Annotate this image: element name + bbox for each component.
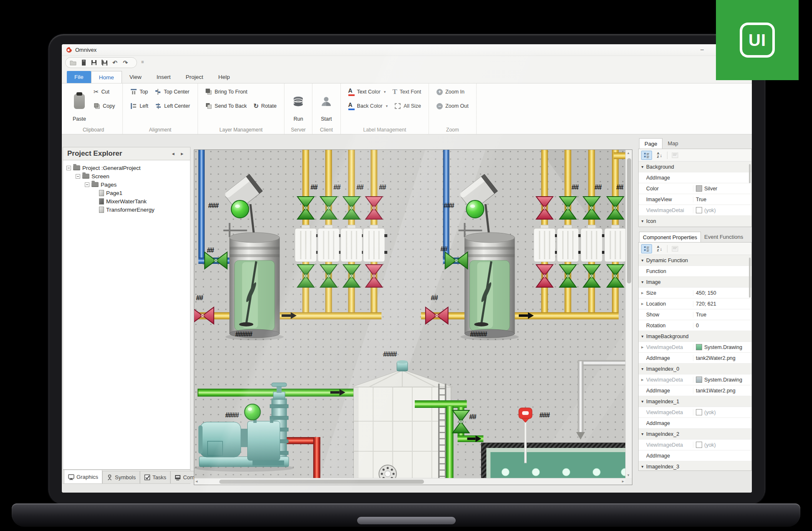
canvas-label[interactable]: ## bbox=[333, 183, 340, 192]
undo-icon[interactable]: ↶ bbox=[112, 59, 118, 66]
property-row[interactable]: Function bbox=[639, 266, 751, 277]
category-background[interactable]: ▾Background bbox=[639, 162, 751, 172]
property-row[interactable]: ShowTrue bbox=[639, 309, 751, 320]
category-image[interactable]: ▾Image bbox=[639, 277, 751, 288]
canvas-label[interactable]: ### bbox=[444, 202, 454, 210]
tab-symbols[interactable]: Symbols bbox=[102, 471, 140, 483]
property-row[interactable]: ViewImageDeta(yok) bbox=[639, 407, 751, 418]
property-pages-icon[interactable] bbox=[670, 151, 680, 160]
tab-map[interactable]: Map bbox=[662, 138, 683, 149]
tab-event-functions[interactable]: Event Functions bbox=[701, 232, 746, 242]
canvas-label[interactable]: ### bbox=[208, 202, 218, 210]
property-row[interactable]: ▸Size450; 150 bbox=[639, 288, 751, 298]
canvas-label[interactable]: ## bbox=[379, 183, 386, 192]
sort-alphabetical-icon[interactable]: AZ↓ bbox=[654, 151, 665, 160]
tab-page[interactable]: Page bbox=[639, 138, 662, 149]
canvas-label[interactable]: ## bbox=[207, 246, 213, 255]
category-imageindex0[interactable]: ▾ImageIndex_0 bbox=[639, 364, 751, 374]
tree-node-pages[interactable]: Pages bbox=[66, 180, 190, 189]
category-icon[interactable]: ▾Icon bbox=[639, 216, 751, 227]
scrollbar-thumb[interactable] bbox=[219, 480, 424, 484]
tab-home[interactable]: Home bbox=[91, 71, 122, 83]
property-row[interactable]: AddImagetank1Water2.png bbox=[639, 385, 751, 396]
canvas-label[interactable]: ## bbox=[196, 294, 203, 302]
minimize-button[interactable]: – bbox=[696, 46, 708, 54]
align-top-center-button[interactable]: Top Center bbox=[152, 86, 192, 98]
canvas-label[interactable]: ## bbox=[431, 294, 437, 302]
align-left-button[interactable]: Left bbox=[128, 100, 151, 112]
categorized-icon[interactable] bbox=[641, 151, 652, 160]
run-button[interactable]: Run bbox=[289, 86, 307, 123]
canvas-label[interactable]: ## bbox=[310, 183, 317, 192]
tab-file[interactable]: File bbox=[67, 71, 91, 83]
canvas-label[interactable]: ##### bbox=[235, 330, 252, 339]
property-row[interactable]: ▸Location720; 621 bbox=[639, 298, 751, 309]
category-imageindex1[interactable]: ▾ImageIndex_1 bbox=[639, 396, 751, 407]
tree-node-mixerwatertank[interactable]: MixerWaterTank bbox=[66, 197, 190, 205]
tree-node-screen[interactable]: Screen bbox=[66, 172, 190, 180]
canvas-label[interactable]: ## bbox=[571, 183, 578, 192]
property-row[interactable]: ▸ViewImageDetaSystem.Drawing bbox=[639, 342, 751, 353]
property-row[interactable]: AddImage bbox=[639, 418, 751, 429]
categorized-icon[interactable] bbox=[641, 244, 652, 253]
pump-indicator-light[interactable] bbox=[245, 404, 261, 420]
save-icon[interactable] bbox=[91, 59, 97, 66]
property-pages-icon[interactable] bbox=[670, 244, 680, 253]
align-left-center-button[interactable]: Left Center bbox=[152, 100, 193, 112]
scrollbar-thumb[interactable] bbox=[627, 158, 631, 283]
canvas-label[interactable]: ### bbox=[539, 411, 549, 420]
canvas-vertical-scrollbar[interactable]: ▴ ▾ bbox=[625, 150, 632, 478]
nav-left-icon[interactable]: ◂ bbox=[172, 151, 177, 157]
property-row[interactable]: AddImage bbox=[639, 172, 751, 183]
mini-scrollbar[interactable] bbox=[749, 164, 751, 183]
tab-tasks[interactable]: Tasks bbox=[140, 471, 170, 483]
property-row[interactable]: ViewImageDetai(yok) bbox=[639, 205, 751, 216]
canvas-label[interactable]: #### bbox=[383, 350, 396, 359]
category-imageindex2[interactable]: ▾ImageIndex_2 bbox=[639, 429, 751, 440]
tab-view[interactable]: View bbox=[122, 71, 149, 83]
property-row[interactable]: ColorSilver bbox=[639, 183, 751, 194]
canvas-label[interactable]: ## bbox=[469, 413, 476, 421]
canvas-horizontal-scrollbar[interactable]: ◂ ▸ bbox=[194, 478, 625, 485]
open-icon[interactable] bbox=[70, 59, 76, 66]
property-row[interactable]: Rotation0 bbox=[639, 320, 751, 331]
zoom-in-button[interactable]: + Zoom In bbox=[434, 86, 471, 98]
tab-graphics[interactable]: Graphics bbox=[64, 470, 102, 483]
text-font-button[interactable]: T Text Font bbox=[390, 86, 424, 98]
text-color-button[interactable]: A Text Color ▾ bbox=[346, 86, 388, 98]
canvas-label[interactable]: ## bbox=[616, 183, 623, 192]
back-color-button[interactable]: A Back Color ▾ bbox=[346, 100, 391, 112]
canvas-label[interactable]: ## bbox=[356, 183, 363, 192]
mini-scrollbar[interactable] bbox=[749, 258, 751, 298]
qat-customize-icon[interactable]: ≡ bbox=[141, 59, 144, 64]
all-size-button[interactable]: All Size bbox=[392, 100, 424, 112]
tab-insert[interactable]: Insert bbox=[149, 71, 178, 83]
paste-button[interactable]: Paste bbox=[69, 86, 89, 123]
tab-help[interactable]: Help bbox=[211, 71, 238, 83]
tab-component-properties[interactable]: Component Properties bbox=[639, 232, 701, 242]
canvas-label[interactable]: #### bbox=[225, 411, 239, 420]
rotate-button[interactable]: ↻ Rotate bbox=[251, 100, 279, 112]
tree-node-page1[interactable]: Page1 bbox=[66, 189, 190, 197]
tree-node-project[interactable]: Project :GeneralProject bbox=[66, 164, 190, 172]
text-color-dropdown-icon[interactable]: ▾ bbox=[384, 90, 386, 94]
tree-node-transformerenergy[interactable]: TransformerEnergy bbox=[66, 205, 190, 214]
redo-icon[interactable]: ↷ bbox=[122, 59, 129, 66]
cut-button[interactable]: ✂ Cut bbox=[91, 86, 117, 98]
back-color-dropdown-icon[interactable]: ▾ bbox=[386, 104, 388, 108]
canvas-label[interactable]: ## bbox=[594, 183, 601, 192]
zoom-out-button[interactable]: – Zoom Out bbox=[434, 100, 471, 112]
align-top-button[interactable]: Top bbox=[128, 86, 150, 98]
canvas-label[interactable]: ##### bbox=[470, 330, 487, 339]
property-row[interactable]: AddImagetank2Water2.png bbox=[639, 353, 751, 364]
property-row[interactable]: ImageViewTrue bbox=[639, 194, 751, 205]
copy-button[interactable]: Copy bbox=[91, 100, 117, 112]
property-row[interactable]: AddImage bbox=[639, 450, 751, 461]
send-to-back-button[interactable]: Send To Back bbox=[203, 100, 249, 112]
property-row[interactable]: ▸ViewImageDetaSystem.Drawing bbox=[639, 374, 751, 385]
collapse-icon[interactable] bbox=[66, 166, 71, 170]
bring-to-front-button[interactable]: Bring To Front bbox=[203, 86, 250, 98]
save-all-icon[interactable] bbox=[101, 59, 108, 66]
start-button[interactable]: Start bbox=[317, 86, 335, 123]
collapse-icon[interactable] bbox=[76, 174, 80, 179]
